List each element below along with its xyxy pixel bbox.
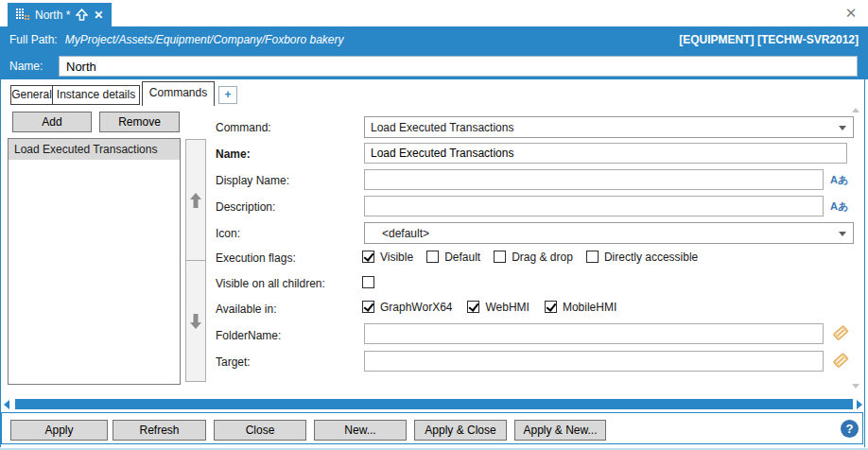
command-dropdown-value: Load Executed Transactions — [371, 121, 513, 134]
close-button[interactable]: Close — [214, 420, 306, 441]
command-name-input[interactable] — [364, 143, 847, 164]
hscroll-right-arrow-icon[interactable] — [857, 400, 862, 409]
checkbox-box[interactable] — [545, 301, 557, 313]
tab-general[interactable]: General — [10, 85, 53, 105]
new-button[interactable]: New... — [314, 420, 407, 441]
tab-strip: General Instance details Commands + — [0, 79, 868, 106]
execution-flags-label: Execution flags: — [216, 251, 296, 265]
tab-instance-details[interactable]: Instance details — [52, 85, 140, 105]
refresh-button[interactable]: Refresh — [113, 420, 206, 441]
commands-listbox[interactable]: Load Executed Transactions — [8, 138, 181, 385]
promote-up-icon[interactable] — [76, 9, 88, 21]
full-path-value: MyProject/Assets/Equipment/Company/Foxbo… — [65, 33, 344, 46]
checkbox-visible[interactable]: Visible — [362, 251, 413, 264]
scroll-down-icon[interactable] — [852, 384, 859, 389]
available-in-row: GraphWorX64 WebHMI MobileHMI — [362, 300, 616, 314]
scroll-up-icon[interactable] — [852, 108, 859, 112]
checkmark-icon — [469, 301, 479, 312]
remove-command-button[interactable]: Remove — [99, 112, 180, 132]
add-command-button[interactable]: Add — [12, 112, 92, 132]
horizontal-scrollbar-thumb[interactable] — [15, 399, 853, 409]
checkbox-label: Default — [444, 251, 480, 264]
chevron-down-icon — [839, 126, 846, 130]
checkbox-mobilehmi[interactable]: MobileHMI — [545, 301, 616, 314]
tab-add-plus[interactable]: + — [218, 86, 237, 104]
window-close-icon[interactable]: ✕ — [842, 4, 860, 23]
checkbox-box[interactable] — [362, 276, 374, 288]
asset-name-input[interactable] — [59, 56, 858, 77]
checkbox-label: WebHMI — [485, 301, 529, 314]
tab-commands[interactable]: Commands — [142, 81, 215, 106]
name-label: Name: — [9, 53, 43, 79]
folder-name-label: FolderName: — [216, 329, 281, 342]
move-up-button[interactable] — [185, 139, 206, 261]
hscroll-left-arrow-icon[interactable] — [4, 400, 9, 409]
checkbox-directly-accessible[interactable]: Directly accessible — [586, 251, 698, 264]
checkbox-default[interactable]: Default — [426, 251, 480, 264]
execution-flags-row: Visible Default Drag & drop Directly acc… — [362, 250, 698, 264]
visible-on-all-children-label: Visible on all children: — [216, 277, 325, 290]
icon-dropdown[interactable]: <default> — [364, 222, 854, 244]
tab-close-icon[interactable]: ✕ — [94, 9, 103, 21]
name-bar: Name: — [0, 53, 868, 79]
checkbox-label: MobileHMI — [563, 301, 616, 314]
checkbox-label: Drag & drop — [512, 251, 573, 264]
target-label: Target: — [216, 355, 251, 369]
list-item-command[interactable]: Load Executed Transactions — [9, 139, 180, 160]
description-label: Description: — [216, 200, 275, 214]
full-path-bar: Full Path: MyProject/Assets/Equipment/Co… — [0, 26, 868, 53]
checkbox-label: Directly accessible — [604, 251, 698, 264]
context-badges: [EQUIPMENT] [TECHW-SVR2012] — [679, 33, 859, 46]
apply-button[interactable]: Apply — [10, 420, 108, 441]
up-arrow-icon — [190, 193, 201, 208]
display-name-label: Display Name: — [216, 174, 289, 187]
help-icon[interactable]: ? — [841, 420, 859, 438]
move-down-button[interactable] — [185, 260, 206, 382]
command-dropdown[interactable]: Load Executed Transactions — [364, 116, 854, 138]
checkbox-label: Visible — [380, 251, 413, 264]
checkmark-icon — [364, 301, 374, 312]
checkbox-box[interactable] — [362, 251, 374, 263]
checkbox-drag-drop[interactable]: Drag & drop — [494, 251, 573, 264]
checkmark-icon — [364, 251, 374, 262]
down-arrow-icon — [190, 314, 201, 329]
command-label: Command: — [216, 121, 271, 134]
document-tab-title: North * — [35, 9, 70, 22]
display-name-input[interactable] — [364, 169, 824, 190]
checkbox-label: GraphWorX64 — [380, 301, 452, 314]
checkmark-icon — [546, 301, 556, 312]
description-input[interactable] — [364, 196, 824, 216]
document-tab-north[interactable]: North * ✕ — [8, 3, 112, 26]
footer-bar: Apply Refresh Close New... Apply & Close… — [1, 412, 863, 444]
window-border-right — [864, 26, 865, 447]
asset-editor-window: North * ✕ ✕ Full Path: MyProject/Assets/… — [0, 0, 868, 450]
visible-on-all-children-row — [362, 275, 374, 289]
tag-picker-icon[interactable] — [832, 324, 849, 344]
localize-text-icon[interactable]: Aあ — [830, 173, 848, 187]
checkbox-box[interactable] — [467, 301, 479, 313]
icon-dropdown-value: <default> — [382, 227, 429, 240]
target-input[interactable] — [364, 351, 824, 372]
reorder-strip — [185, 139, 206, 383]
checkbox-box[interactable] — [426, 251, 439, 263]
apply-and-new-button[interactable]: Apply & New... — [514, 420, 606, 441]
tag-picker-icon[interactable] — [832, 352, 849, 372]
equipment-building-icon — [16, 9, 29, 21]
checkbox-box[interactable] — [362, 301, 374, 313]
command-name-label: Name: — [216, 147, 251, 161]
checkbox-visible-on-all-children[interactable] — [362, 276, 374, 288]
icon-label: Icon: — [216, 227, 240, 240]
checkbox-webhmi[interactable]: WebHMI — [467, 301, 529, 314]
full-path-label: Full Path: — [9, 33, 58, 46]
available-in-label: Available in: — [216, 303, 277, 316]
localize-text-icon[interactable]: Aあ — [830, 199, 848, 214]
checkbox-graphworx64[interactable]: GraphWorX64 — [362, 301, 452, 314]
window-border-left — [0, 26, 1, 447]
checkbox-box[interactable] — [586, 251, 599, 263]
folder-name-input[interactable] — [364, 323, 824, 344]
chevron-down-icon — [839, 232, 846, 236]
checkbox-box[interactable] — [494, 251, 506, 263]
apply-and-close-button[interactable]: Apply & Close — [414, 420, 507, 441]
